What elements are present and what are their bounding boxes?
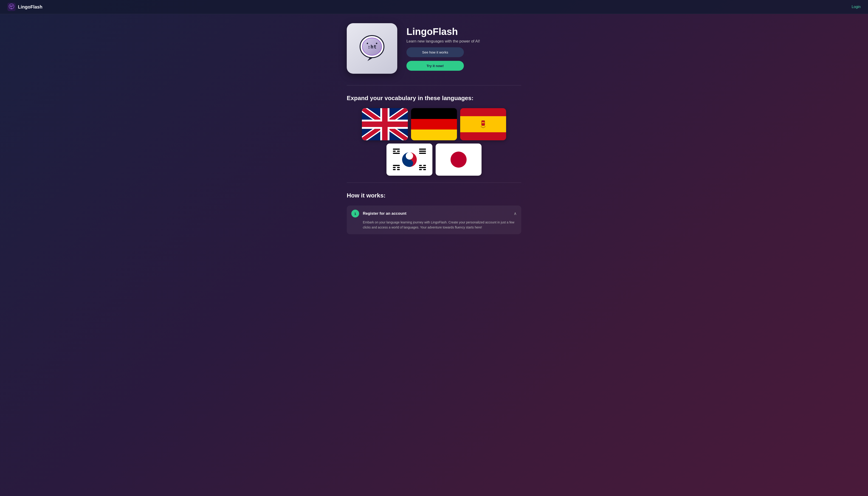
- how-step-1[interactable]: 1 Register for an account ∧ Embark on yo…: [347, 205, 521, 234]
- svg-rect-42: [423, 169, 426, 170]
- flag-uk[interactable]: [362, 108, 408, 140]
- svg-rect-40: [419, 167, 426, 168]
- how-it-works-title: How it works:: [347, 192, 521, 199]
- svg-point-9: [367, 43, 368, 44]
- flag-japan[interactable]: [436, 143, 482, 176]
- japan-flag-circle: [451, 152, 467, 168]
- svg-rect-35: [397, 167, 400, 168]
- how-step-1-header: 1 Register for an account ∧: [351, 210, 517, 217]
- languages-section: Expand your vocabulary in these language…: [347, 95, 521, 176]
- how-it-works-section: How it works: 1 Register for an account …: [347, 192, 521, 234]
- svg-rect-27: [393, 151, 396, 152]
- navbar-brand: LingoFlash: [7, 3, 43, 11]
- svg-rect-28: [397, 151, 400, 152]
- main-content: :ht LingoFlash Learn new languages with …: [342, 14, 526, 244]
- see-how-button[interactable]: See how it works: [406, 47, 464, 57]
- hero-logo-box: :ht: [347, 23, 397, 74]
- svg-rect-23: [483, 122, 484, 123]
- svg-rect-31: [419, 151, 426, 152]
- flag-korea[interactable]: [386, 143, 432, 176]
- hero-section: :ht LingoFlash Learn new languages with …: [347, 23, 521, 74]
- svg-rect-34: [393, 167, 396, 168]
- how-step-1-left: 1 Register for an account: [351, 210, 406, 217]
- navbar-brand-title: LingoFlash: [18, 4, 43, 10]
- how-step-1-title: Register for an account: [363, 211, 406, 216]
- flags-row-1: [347, 108, 521, 140]
- flag-spain[interactable]: [460, 108, 506, 140]
- svg-rect-29: [393, 153, 400, 154]
- login-link[interactable]: Login: [852, 5, 861, 9]
- svg-point-4: [10, 5, 11, 6]
- section-divider-2: [347, 183, 521, 183]
- try-now-button[interactable]: Try it now!: [406, 61, 464, 71]
- svg-point-10: [376, 43, 377, 44]
- how-step-1-description: Embark on your language learning journey…: [351, 220, 517, 230]
- svg-rect-20: [362, 122, 408, 127]
- hero-logo-icon: :ht: [354, 30, 390, 67]
- hero-info: LingoFlash Learn new languages with the …: [406, 26, 480, 71]
- flag-germany[interactable]: [411, 108, 457, 140]
- how-step-1-number: 1: [351, 210, 359, 217]
- svg-rect-36: [393, 169, 396, 170]
- svg-text::ht: :ht: [368, 44, 376, 50]
- section-divider-1: [347, 85, 521, 86]
- svg-rect-3: [10, 7, 12, 7]
- svg-rect-32: [419, 153, 426, 154]
- svg-rect-22: [482, 122, 483, 123]
- svg-rect-41: [419, 169, 422, 170]
- svg-rect-2: [10, 6, 13, 6]
- languages-section-title: Expand your vocabulary in these language…: [347, 95, 521, 102]
- svg-rect-30: [419, 149, 426, 150]
- svg-point-5: [12, 5, 13, 6]
- svg-rect-33: [393, 165, 400, 166]
- svg-rect-38: [419, 165, 422, 166]
- svg-rect-37: [397, 169, 400, 170]
- hero-app-title: LingoFlash: [406, 26, 480, 37]
- svg-rect-26: [393, 149, 400, 150]
- hero-subtitle: Learn new languages with the power of AI…: [406, 39, 480, 44]
- navbar-logo-icon: [7, 3, 16, 11]
- flags-row-2: [347, 143, 521, 176]
- navbar: LingoFlash Login: [0, 0, 868, 14]
- chevron-up-icon: ∧: [514, 211, 517, 216]
- svg-rect-39: [423, 165, 426, 166]
